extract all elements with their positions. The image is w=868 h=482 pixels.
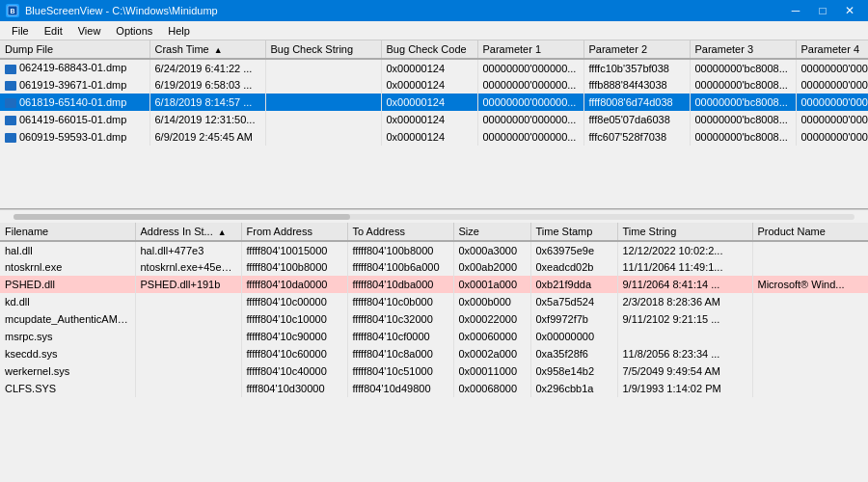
dump-files-table: Dump FileCrash Time ▲Bug Check StringBug…: [0, 40, 868, 146]
title-bar: B BlueScreenView - C:\Windows\Minidump ─…: [0, 0, 868, 21]
menu-item-help[interactable]: Help: [160, 23, 198, 39]
app-icon: B: [6, 4, 19, 17]
menu-bar: FileEditViewOptionsHelp: [0, 21, 868, 40]
lower-col-filename[interactable]: Filename: [0, 223, 135, 241]
close-button[interactable]: ✕: [837, 0, 862, 21]
title-controls: ─ □ ✕: [783, 0, 862, 21]
dump-file-icon: [5, 65, 16, 74]
dump-file-icon: [5, 98, 16, 108]
menu-item-file[interactable]: File: [4, 23, 37, 39]
upper-col-parameter-2[interactable]: Parameter 2: [583, 40, 690, 59]
file-detail-row[interactable]: hal.dllhal.dll+477e3fffff804'10015000fff…: [0, 241, 868, 258]
file-detail-row[interactable]: ksecdd.sysfffff804'10c60000fffff804'10c8…: [0, 345, 868, 362]
lower-col-from-address[interactable]: From Address: [241, 223, 347, 241]
file-detail-row[interactable]: kd.dllfffff804'10c00000fffff804'10c0b000…: [0, 293, 868, 310]
dump-row[interactable]: 060919-59593-01.dmp6/9/2019 2:45:45 AM0x…: [0, 128, 868, 146]
file-detail-row[interactable]: mcupdate_AuthenticAMD.dllfffff804'10c100…: [0, 310, 868, 328]
lower-col-time-string[interactable]: Time String: [617, 223, 752, 241]
upper-pane: Dump FileCrash Time ▲Bug Check StringBug…: [0, 40, 868, 209]
upper-col-parameter-4[interactable]: Parameter 4: [796, 40, 868, 59]
lower-table-body: hal.dllhal.dll+477e3fffff804'10015000fff…: [0, 241, 868, 397]
dump-file-icon: [5, 133, 16, 143]
dump-row[interactable]: 061819-65140-01.dmp6/18/2019 8:14:57 ...…: [0, 94, 868, 111]
horizontal-scrollbar[interactable]: [0, 209, 868, 223]
dump-file-icon: [5, 81, 16, 91]
file-detail-row[interactable]: PSHED.dllPSHED.dll+191bfffff804'10da0000…: [0, 276, 868, 293]
main-content: Dump FileCrash Time ▲Bug Check StringBug…: [0, 40, 868, 482]
dump-row[interactable]: 062419-68843-01.dmp6/24/2019 6:41:22 ...…: [0, 59, 868, 76]
upper-table-header-row: Dump FileCrash Time ▲Bug Check StringBug…: [0, 40, 868, 59]
lower-table-header-row: FilenameAddress In St... ▲From AddressTo…: [0, 223, 868, 241]
lower-pane-scroll[interactable]: FilenameAddress In St... ▲From AddressTo…: [0, 223, 868, 482]
menu-item-edit[interactable]: Edit: [37, 23, 70, 39]
upper-pane-scroll[interactable]: Dump FileCrash Time ▲Bug Check StringBug…: [0, 40, 868, 208]
lower-col-product-name[interactable]: Product Name: [752, 223, 868, 241]
dump-row[interactable]: 061419-66015-01.dmp6/14/2019 12:31:50...…: [0, 111, 868, 128]
title-bar-left: B BlueScreenView - C:\Windows\Minidump: [6, 4, 218, 17]
svg-text:B: B: [10, 8, 14, 14]
upper-col-dump-file[interactable]: Dump File: [0, 40, 149, 59]
lower-pane: FilenameAddress In St... ▲From AddressTo…: [0, 223, 868, 482]
file-detail-row[interactable]: msrpc.sysfffff804'10c90000fffff804'10cf0…: [0, 328, 868, 345]
upper-col-parameter-1[interactable]: Parameter 1: [477, 40, 583, 59]
lower-col-to-address[interactable]: To Address: [347, 223, 453, 241]
lower-col-time-stamp[interactable]: Time Stamp: [530, 223, 617, 241]
minimize-button[interactable]: ─: [783, 0, 808, 21]
upper-table-body: 062419-68843-01.dmp6/24/2019 6:41:22 ...…: [0, 59, 868, 146]
title-text: BlueScreenView - C:\Windows\Minidump: [25, 5, 218, 16]
file-detail-row[interactable]: CLFS.SYSffff804'10d30000ffff804'10d49800…: [0, 380, 868, 397]
file-details-table: FilenameAddress In St... ▲From AddressTo…: [0, 223, 868, 397]
maximize-button[interactable]: □: [810, 0, 835, 21]
menu-item-options[interactable]: Options: [108, 23, 160, 39]
menu-item-view[interactable]: View: [70, 23, 109, 39]
upper-col-bug-check-string[interactable]: Bug Check String: [265, 40, 381, 59]
upper-col-bug-check-code[interactable]: Bug Check Code: [381, 40, 477, 59]
dump-row[interactable]: 061919-39671-01.dmp6/19/2019 6:58:03 ...…: [0, 76, 868, 94]
dump-file-icon: [5, 116, 16, 125]
lower-col-address-in-st-[interactable]: Address In St... ▲: [135, 223, 241, 241]
lower-col-size[interactable]: Size: [453, 223, 530, 241]
file-detail-row[interactable]: ntoskrnl.exentoskrnl.exe+45eb...fffff804…: [0, 258, 868, 276]
scrollbar-thumb: [14, 214, 350, 220]
upper-col-crash-time[interactable]: Crash Time ▲: [149, 40, 265, 59]
upper-col-parameter-3[interactable]: Parameter 3: [690, 40, 796, 59]
scrollbar-track: [14, 214, 854, 220]
file-detail-row[interactable]: werkernel.sysfffff804'10c40000fffff804'1…: [0, 362, 868, 380]
